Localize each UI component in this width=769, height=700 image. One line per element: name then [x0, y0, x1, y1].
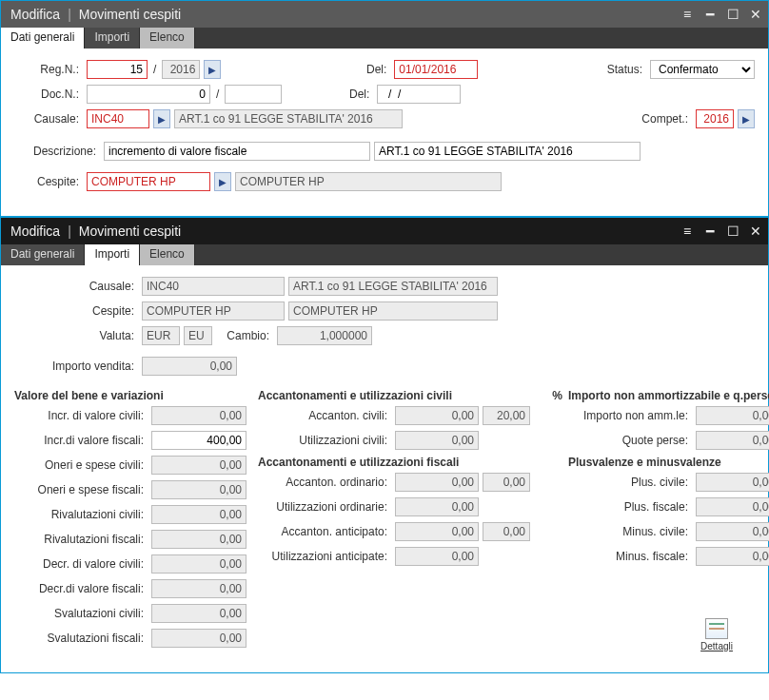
plus-civile-input	[696, 473, 769, 492]
label-util-ant: Utilizzazioni anticipate:	[258, 550, 391, 563]
incr-valore-fiscali-input[interactable]	[151, 431, 246, 450]
accanton-civili-input	[395, 406, 479, 425]
decr-civili-input	[151, 554, 246, 574]
label-incr-valore-fiscali: Incr.di valore fiscali:	[14, 434, 148, 447]
cespite-lookup-button[interactable]: ▶	[214, 172, 231, 191]
causale-code-input[interactable]	[87, 109, 149, 128]
dettagli-button[interactable]: Dettagli	[694, 615, 739, 653]
label-minus-civile: Minus. civile:	[568, 525, 692, 538]
label-cespite: Cespite:	[14, 175, 83, 188]
causale-desc	[288, 277, 498, 296]
label-importo-vendita: Importo vendita:	[14, 360, 138, 373]
maximize-button[interactable]: ☐	[726, 224, 739, 239]
titlebar[interactable]: Modifica | Movimenti cespiti ≡ ━ ☐ ✕	[1, 218, 768, 244]
window-movimenti-cespiti-importi: Modifica | Movimenti cespiti ≡ ━ ☐ ✕ Dat…	[0, 217, 769, 673]
label-cambio: Cambio:	[216, 329, 273, 342]
panel-dati-generali: Reg.N.: / ▶ Del: Status: Confermato Doc.…	[1, 49, 768, 216]
del1-input[interactable]	[394, 60, 478, 79]
imp-non-amm-input	[696, 406, 769, 425]
label-docn: Doc.N.:	[14, 88, 83, 101]
label-util-civili: Utilizzazioni civili:	[258, 434, 391, 447]
label-oneri-fiscali: Oneri e spese fiscali:	[14, 483, 148, 496]
label-rival-civili: Rivalutazioni civili:	[14, 508, 148, 521]
section-valore-bene: Valore del bene e variazioni	[14, 389, 252, 402]
label-causale: Causale:	[14, 280, 138, 293]
rival-fiscali-input	[151, 530, 246, 549]
label-valuta: Valuta:	[14, 329, 138, 342]
util-ord-input	[395, 497, 479, 516]
window-movimenti-cespiti-datigenerali: Modifica | Movimenti cespiti ≡ ━ ☐ ✕ Dat…	[0, 0, 769, 217]
label-sval-civili: Svalutazioni civili:	[14, 607, 148, 620]
label-decr-civili: Decr. di valore civili:	[14, 557, 148, 571]
quote-perse-input	[696, 431, 769, 450]
minimize-button[interactable]: ━	[703, 224, 717, 239]
compet-lookup-button[interactable]: ▶	[738, 109, 755, 128]
cespite-code-input[interactable]	[87, 172, 210, 191]
docn-input[interactable]	[87, 85, 210, 104]
tab-elenco[interactable]: Elenco	[140, 28, 195, 49]
title-mode: Modifica	[10, 7, 60, 22]
menu-icon[interactable]: ≡	[680, 7, 694, 22]
title-separator: |	[68, 224, 71, 239]
valuta-code	[142, 326, 180, 345]
section-importo-non-amm: Importo non ammortizzabile e q.perse	[568, 389, 769, 402]
label-decr-fiscali: Decr.di valore fiscali:	[14, 582, 148, 595]
plus-fiscale-input	[696, 497, 769, 516]
label-sval-fiscali: Svalutazioni fiscali:	[14, 632, 148, 645]
sval-fiscali-input	[151, 629, 246, 648]
compet-input[interactable]	[696, 109, 734, 128]
minimize-button[interactable]: ━	[703, 7, 717, 22]
label-percent: %	[458, 389, 562, 402]
minus-civile-input	[696, 522, 769, 541]
title-caption: Movimenti cespiti	[79, 7, 181, 22]
cespite-desc	[288, 301, 498, 321]
regn-input[interactable]	[87, 60, 148, 79]
label-quote-perse: Quote perse:	[568, 434, 692, 447]
regn-lookup-button[interactable]: ▶	[204, 60, 221, 79]
label-del1: Del:	[362, 63, 390, 76]
status-select[interactable]: Confermato	[650, 60, 755, 79]
oneri-civili-input	[151, 456, 246, 475]
titlebar[interactable]: Modifica | Movimenti cespiti ≡ ━ ☐ ✕	[1, 1, 768, 28]
del2-input[interactable]	[377, 85, 461, 104]
label-plus-civile: Plus. civile:	[568, 476, 692, 489]
tab-elenco[interactable]: Elenco	[140, 244, 195, 265]
label-causale: Causale:	[14, 112, 83, 126]
incr-valore-civili-input	[151, 406, 246, 425]
accanton-ant-pct	[483, 522, 530, 541]
panel-importi: Causale: Cespite: Valuta: Cambio: Import…	[1, 265, 768, 672]
minus-fiscale-input	[696, 547, 769, 566]
accanton-ord-pct	[483, 473, 530, 492]
valuta-cc	[184, 326, 212, 345]
close-button[interactable]: ✕	[749, 224, 762, 239]
label-del2: Del:	[345, 88, 373, 101]
rival-civili-input	[151, 505, 246, 524]
descrizione-input[interactable]	[104, 142, 370, 161]
causale-lookup-button[interactable]: ▶	[153, 109, 170, 128]
label-regn: Reg.N.:	[14, 63, 83, 76]
accanton-civili-pct	[483, 406, 530, 425]
tab-importi[interactable]: Importi	[85, 244, 140, 265]
cespite-desc	[235, 172, 502, 191]
descrizione-ext-input[interactable]	[374, 142, 641, 161]
dettagli-label: Dettagli	[700, 641, 733, 651]
tabstrip: Dati generali Importi Elenco	[1, 244, 768, 265]
tab-dati-generali[interactable]: Dati generali	[1, 28, 85, 49]
label-incr-valore-civili: Incr. di valore civili:	[14, 409, 148, 422]
cambio	[277, 326, 372, 345]
util-civili-input	[395, 431, 479, 450]
tab-importi[interactable]: Importi	[85, 28, 140, 49]
label-compet: Compet.:	[641, 112, 692, 126]
close-button[interactable]: ✕	[749, 7, 762, 22]
sval-civili-input	[151, 604, 246, 623]
util-ant-input	[395, 547, 479, 566]
label-plus-fiscale: Plus. fiscale:	[568, 500, 692, 514]
title-caption: Movimenti cespiti	[79, 224, 181, 239]
decr-fiscali-input	[151, 579, 246, 598]
menu-icon[interactable]: ≡	[680, 224, 694, 239]
docn-suffix-input[interactable]	[225, 85, 282, 104]
tab-dati-generali[interactable]: Dati generali	[1, 244, 85, 265]
importo-vendita-input	[142, 357, 237, 376]
maximize-button[interactable]: ☐	[726, 7, 739, 22]
label-status: Status:	[607, 63, 646, 76]
